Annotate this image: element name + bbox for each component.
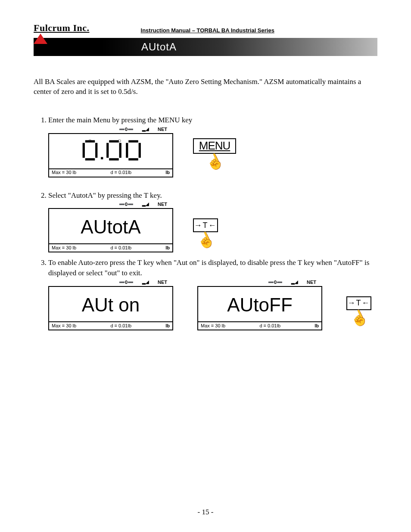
net-icon: NET <box>158 201 167 207</box>
lcd-max: Max = 30 lb <box>52 323 76 329</box>
lcd-value-autota: AUtotA <box>81 216 140 236</box>
lcd-d: d = 0.01lb <box>225 323 314 329</box>
lcd-unit: lb <box>314 323 319 329</box>
svg-rect-0 <box>101 157 103 159</box>
pointer-hand-icon: ☝ <box>194 230 217 251</box>
step-1: Enter the main Menu by pressing the MENU… <box>48 115 377 177</box>
lcd-value-auton: AUt on <box>82 294 140 314</box>
net-icon: NET <box>158 279 167 285</box>
lcd-d: d = 0.01lb <box>76 323 165 329</box>
t-key-figure-2: →T← ☝ <box>346 296 371 326</box>
lcd-display-step2: ➖0➖ ▂◢ NET AUtotA Max = 30 lb d = 0.01lb… <box>48 201 173 252</box>
t-key-figure: →T← ☝ <box>193 218 218 248</box>
lcd-display-autoff: ➖0➖ ▂◢ NET AUtoFF Max = 30 lb d = 0.01lb… <box>197 279 322 330</box>
intro-paragraph: All BA Scales are equipped with AZSM, th… <box>34 77 377 97</box>
lcd-unit: lb <box>165 245 170 251</box>
banner-title: AUtotA <box>141 41 177 53</box>
step-2: Select "AutotA" by pressing the T key. ➖… <box>48 190 377 253</box>
lcd-unit: lb <box>165 323 170 329</box>
pointer-hand-icon: ☝ <box>348 308 370 329</box>
brand-triangle-icon <box>34 34 47 44</box>
lcd-unit: lb <box>165 169 170 176</box>
step-3-text: To enable Auto-zero press the T key when… <box>48 258 369 277</box>
stable-icon: ▂◢ <box>142 126 149 132</box>
page-number: - 15 - <box>0 508 411 516</box>
step-1-text: Enter the main Menu by pressing the MENU… <box>48 116 192 124</box>
pointer-hand-icon: ☝ <box>203 151 226 172</box>
net-icon: NET <box>307 279 316 285</box>
manual-title: Instruction Manual – TORBAL BA Industria… <box>89 27 326 34</box>
stable-icon: ▂◢ <box>142 279 149 285</box>
t-button[interactable]: →T← <box>346 296 371 310</box>
menu-key-figure: MENU ☝ <box>193 138 236 169</box>
lcd-display-auton: ➖0➖ ▂◢ NET AUt on Max = 30 lb d = 0.01lb… <box>48 279 173 330</box>
zero-icon: ➖0➖ <box>119 126 134 132</box>
stable-icon: ▂◢ <box>142 201 149 207</box>
lcd-indicator-dots: ○ ○ <box>49 137 172 145</box>
t-button[interactable]: →T← <box>193 218 218 232</box>
lcd-d: d = 0.01lb <box>76 169 165 176</box>
step-3: To enable Auto-zero press the T key when… <box>48 258 377 330</box>
zero-icon: ➖0➖ <box>119 201 134 207</box>
lcd-max: Max = 30 lb <box>52 245 76 251</box>
net-icon: NET <box>158 126 167 132</box>
menu-button[interactable]: MENU <box>193 138 236 154</box>
zero-icon: ➖0➖ <box>119 279 134 285</box>
lcd-display-step1: ➖0➖ ▂◢ NET ○ ○ <box>48 126 173 177</box>
stable-icon: ▂◢ <box>291 279 298 285</box>
lcd-d: d = 0.01lb <box>76 245 165 251</box>
lcd-max: Max = 30 lb <box>201 323 225 329</box>
zero-icon: ➖0➖ <box>268 279 283 285</box>
lcd-max: Max = 30 lb <box>52 169 76 176</box>
section-banner: AUtotA <box>34 38 377 56</box>
lcd-value-autoff: AUtoFF <box>227 294 293 314</box>
page-header: Fulcrum Inc. Instruction Manual – TORBAL… <box>34 22 377 34</box>
step-2-text: Select "AutotA" by pressing the T key. <box>48 191 162 199</box>
company-name: Fulcrum Inc. <box>34 22 89 34</box>
